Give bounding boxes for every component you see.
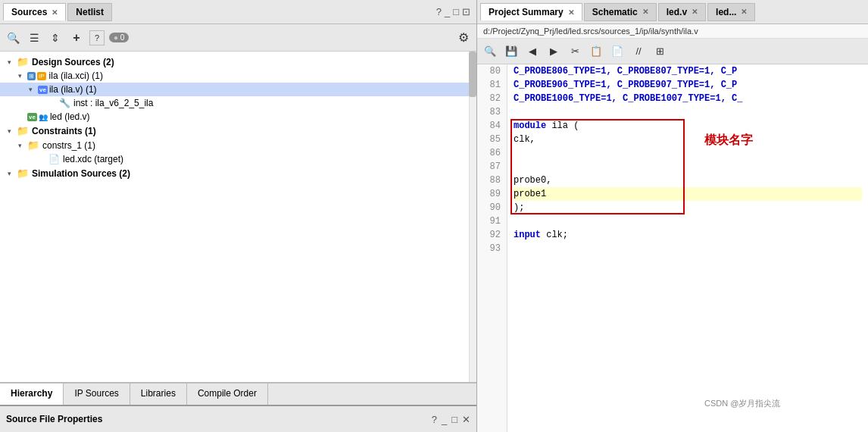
code-comment-button[interactable]: // [630,43,647,60]
help-toolbar-button[interactable]: ? [89,30,105,45]
code-line-93 [514,242,862,255]
code-line-82: C_PROBE1006_TYPE=1, C_PROBE1007_TYPE=1, … [514,92,862,105]
xdc-file-icon: 📄 [48,154,60,164]
badge-value: 0 [120,33,125,42]
simulation-sources-label: Simulation Sources (2) [32,168,130,179]
sources-tab-bar: Sources ✕ Netlist ? _ □ ⊡ [0,0,476,24]
sources-toolbar: 🔍 ☰ ⇕ + ? ● 0 ⚙ [0,24,476,52]
code-forward-button[interactable]: ▶ [545,43,562,60]
users-icon: 👥 [39,113,48,121]
arrow-down-icon: ▾ [8,58,17,66]
right-panel: Project Summary ✕ Schematic ✕ led.v ✕ le… [477,0,868,432]
code-line-85: clk, [514,133,862,146]
design-sources-header[interactable]: ▾ 📁 Design Sources (2) [0,55,476,69]
code-line-80: C_PROBE806_TYPE=1, C_PROBE807_TYPE=1, C_… [514,64,862,78]
code-line-81: C_PROBE906_TYPE=1, C_PROBE907_TYPE=1, C_… [514,78,862,92]
sim-folder-icon: 📁 [17,167,29,179]
simulation-sources-header[interactable]: ▾ 📁 Simulation Sources (2) [0,166,476,180]
tab-project-summary[interactable]: Project Summary ✕ [480,3,582,20]
ila-v-item[interactable]: ▾ ve ila (ila.v) (1) [0,83,476,96]
xci-icon: ⊞ [27,72,36,80]
code-line-88: probe0, [514,174,862,187]
maximize-icon[interactable]: □ [453,6,459,17]
ve-green-icon: ve [27,113,37,121]
code-copy-button[interactable]: 📋 [588,43,604,60]
tree-area: ▾ 📁 Design Sources (2) ▾ ⊞ IP ila (ila.x… [0,52,476,382]
annotation-text: 模块名字 [704,133,753,149]
right-tab-bar: Project Summary ✕ Schematic ✕ led.v ✕ le… [477,0,868,24]
minimize-icon[interactable]: _ [445,6,450,17]
tab-actions: ? _ □ ⊡ [436,6,473,17]
help-icon[interactable]: ? [436,6,442,17]
constraints-header[interactable]: ▾ 📁 Constraints (1) [0,124,476,138]
code-paste-button[interactable]: 📄 [609,43,626,60]
left-panel: Sources ✕ Netlist ? _ □ ⊡ 🔍 ☰ ⇕ + ? ● 0 … [0,0,477,432]
code-back-button[interactable]: ◀ [524,43,541,60]
code-grid-button[interactable]: ⊞ [651,43,668,60]
sfp-help-icon[interactable]: ? [432,414,437,425]
arrow-down-constrs: ▾ [18,142,27,149]
ila-xci-label: ila (ila.xci) (1) [49,70,103,81]
arrow-down-xci: ▾ [18,72,27,80]
tab-project-summary-label: Project Summary [489,7,564,17]
inst-label: inst : ila_v6_2_5_ila [73,98,153,108]
constrs1-item[interactable]: ▾ 📁 constrs_1 (1) [0,138,476,152]
design-sources-label: Design Sources (2) [32,57,114,67]
code-line-91 [514,214,862,228]
source-file-properties-bar: Source File Properties ? _ □ ✕ [0,405,476,432]
bottom-tabs: Hierarchy IP Sources Libraries Compile O… [0,382,476,405]
code-area[interactable]: 80 81 82 83 84 85 86 87 88 89 90 91 92 9… [477,64,868,432]
tab-netlist[interactable]: Netlist [67,3,112,21]
code-search-button[interactable]: 🔍 [482,43,498,60]
code-line-86 [514,146,862,160]
sfp-minimize-icon[interactable]: _ [442,414,447,425]
constrs-folder-icon: 📁 [27,139,39,151]
filepath-bar: d:/Project/Zynq_Prj/led/led.srcs/sources… [477,24,868,39]
scroll-thumb[interactable] [469,52,476,97]
arrow-down-constraints: ▾ [8,127,17,135]
add-button[interactable]: + [68,30,85,46]
tab-ledv-label: led.v [667,7,687,17]
folder-icon: 📁 [17,56,29,67]
tab-sources-close[interactable]: ✕ [52,8,58,17]
constraints-label: Constraints (1) [32,126,96,136]
constrs1-label: constrs_1 (1) [42,140,95,151]
filepath-text: d:/Project/Zynq_Prj/led/led.srcs/sources… [483,27,698,36]
led-xdc-item[interactable]: 📄 led.xdc (target) [0,152,476,166]
search-button[interactable]: 🔍 [5,30,21,46]
tab-project-summary-close[interactable]: ✕ [568,8,574,17]
tab-libraries[interactable]: Libraries [130,383,187,405]
code-line-83 [514,105,862,119]
code-line-87 [514,160,862,174]
sfp-maximize-icon[interactable]: □ [451,414,457,425]
filter-button[interactable]: ☰ [26,30,42,46]
code-toolbar: 🔍 💾 ◀ ▶ ✂ 📋 📄 // ⊞ [477,39,868,64]
sfp-close-icon[interactable]: ✕ [462,414,470,425]
code-cut-button[interactable]: ✂ [567,43,583,60]
tab-ip-sources-label: IP Sources [74,388,118,399]
tab-led-extra-label: led... [716,7,736,17]
tab-netlist-label: Netlist [76,7,104,17]
code-line-84: module ila ( [514,119,862,133]
inst-item[interactable]: 🔧 inst : ila_v6_2_5_ila [0,96,476,110]
tab-ip-sources[interactable]: IP Sources [64,383,130,405]
tab-hierarchy-label: Hierarchy [11,388,52,399]
tab-sources[interactable]: Sources ✕ [3,3,66,20]
collapse-button[interactable]: ⇕ [47,30,64,46]
tab-schematic-close[interactable]: ✕ [642,8,648,16]
tab-compile-order-label: Compile Order [198,388,257,399]
ve-icon: ve [38,86,48,94]
led-v-item[interactable]: ve 👥 led (led.v) [0,110,476,124]
tab-schematic[interactable]: Schematic ✕ [584,3,657,21]
arrow-down-sim: ▾ [8,170,17,177]
undock-icon[interactable]: ⊡ [462,6,470,17]
gear-button[interactable]: ⚙ [455,30,472,46]
tab-compile-order[interactable]: Compile Order [187,383,268,405]
ila-xci-item[interactable]: ▾ ⊞ IP ila (ila.xci) (1) [0,69,476,83]
tab-ledv-close[interactable]: ✕ [692,8,698,16]
tab-ledv[interactable]: led.v ✕ [658,3,706,21]
tab-led-extra-close[interactable]: ✕ [741,8,747,16]
code-save-button[interactable]: 💾 [503,43,520,60]
tab-led-extra[interactable]: led... ✕ [707,3,755,21]
tab-hierarchy[interactable]: Hierarchy [0,383,64,405]
